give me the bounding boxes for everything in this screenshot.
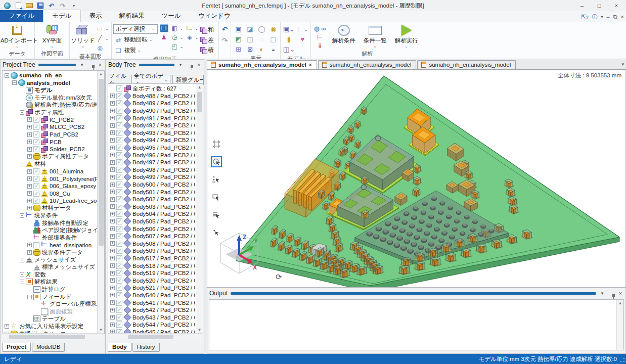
tree-expander[interactable]: + <box>27 176 32 181</box>
tree-item[interactable]: +グローバル座標系 <box>4 300 97 308</box>
tree-item[interactable]: +標準メッシュサイズ : 0.125 <box>4 263 97 271</box>
project-tree-vscrollbar[interactable]: ▲ ▼ <box>97 71 104 334</box>
body-list-item[interactable]: +Body490 / Pad_PCB2 / 008_C <box>109 107 195 115</box>
tree-checkbox[interactable] <box>116 167 122 173</box>
body-list-item[interactable]: +Body508 / Pad_PCB2 / 008_C <box>109 240 195 247</box>
tree-item[interactable]: +008_Cu <box>4 190 97 198</box>
boolean-intersection-button[interactable]: 積 <box>200 46 214 55</box>
move-rotate-button[interactable]: ⇄ 移動回転⌄ <box>113 35 158 44</box>
palette-icon[interactable]: ◐ <box>256 44 267 54</box>
tree-checkbox[interactable] <box>33 191 39 197</box>
tree-checkbox[interactable] <box>116 292 122 298</box>
body-list-item[interactable]: +Body488 / Pad_PCB2 / 008_C <box>109 93 195 100</box>
tree-expander[interactable]: + <box>110 109 115 113</box>
body-list-item[interactable]: +Body495 / Pad_PCB2 / 008_C <box>109 144 195 152</box>
tree-item[interactable]: −メッシュサイズ <box>4 256 97 264</box>
redo-icon[interactable]: ↷ <box>222 36 228 44</box>
tree-checkbox[interactable] <box>116 226 122 232</box>
condition-list-button[interactable]: 条件一覧 ⌄ <box>360 23 391 48</box>
tree-checkbox[interactable] <box>33 131 39 138</box>
tab-window[interactable]: ウィンドウ <box>190 10 239 22</box>
tree-expander[interactable]: − <box>27 295 32 299</box>
tree-expander[interactable]: + <box>110 226 115 231</box>
panel-menu-icon[interactable]: ▾ <box>177 62 184 67</box>
maximize-button[interactable]: □ <box>591 0 608 11</box>
tree-item[interactable]: −sumaho_nh_en <box>4 72 97 79</box>
show-all-bodies-icon[interactable]: ▣ <box>233 24 244 34</box>
tab-list-caret-icon[interactable]: ▾ <box>621 62 624 67</box>
tree-item[interactable]: −材料 <box>4 160 97 168</box>
field-check-icon[interactable]: ◍ ∞ <box>314 25 326 32</box>
close-icon[interactable]: × <box>97 62 103 68</box>
body-list-item[interactable]: +Body507 / Pad_PCB2 / 008_C <box>109 233 195 240</box>
mesh-heart-icon[interactable]: ♥ <box>296 34 309 44</box>
solid-button[interactable]: ソリッド ⌄ <box>71 23 95 48</box>
rotate-view-icon[interactable]: ⟳ <box>276 272 282 282</box>
tree-expander[interactable]: + <box>27 243 32 247</box>
tree-checkbox[interactable] <box>116 248 122 254</box>
tree-checkbox[interactable] <box>116 307 122 313</box>
tree-item[interactable]: +ペア設定(接触/ジョイント <box>4 226 97 234</box>
tree-item[interactable]: −フィールド <box>4 293 97 301</box>
tree-item[interactable]: −境界条件 <box>4 212 97 219</box>
output-vscrollbar[interactable]: ▲ <box>616 300 623 350</box>
tree-item[interactable]: +解析条件:熱伝導/応力/連成 <box>4 101 97 109</box>
body-list-item[interactable]: +Body544 / Pad_PCB2 / 008_C <box>109 321 195 329</box>
duplicate-button[interactable]: ❏ 複製⌄ <box>113 46 158 55</box>
tree-expander[interactable]: + <box>27 199 32 203</box>
tree-item[interactable]: +ボディ属性データ <box>4 153 97 161</box>
boundary-key-icon[interactable]: ⊢ <box>314 33 326 41</box>
close-icon[interactable]: × <box>196 62 202 68</box>
tree-expander[interactable]: + <box>27 147 32 152</box>
body-tree-vscrollbar[interactable]: ▲ ▼ <box>196 84 203 334</box>
tree-checkbox[interactable] <box>33 183 39 189</box>
tree-item[interactable]: +001_Alumina <box>4 168 97 175</box>
tree-expander[interactable]: + <box>110 315 115 320</box>
tree-checkbox[interactable] <box>116 115 122 121</box>
tree-checkbox[interactable] <box>33 198 39 204</box>
tree-checkbox[interactable] <box>116 181 122 188</box>
pair-people-icon[interactable]: ii <box>314 42 326 50</box>
tree-checkbox[interactable] <box>116 204 122 210</box>
tree-expander[interactable]: + <box>110 219 115 223</box>
tree-expander[interactable]: + <box>110 212 115 216</box>
body-list-item[interactable]: +Body519 / Pad_PCB2 / 008_C <box>109 269 195 277</box>
tree-item[interactable]: +heat_dissipation <box>4 242 97 249</box>
tree-expander[interactable]: + <box>110 234 115 239</box>
vertex-select-tool-icon[interactable] <box>211 174 222 185</box>
tab-modeldb[interactable]: ModelDB <box>32 343 65 352</box>
tree-checkbox[interactable] <box>33 146 39 152</box>
body-list-item[interactable]: +Body493 / Pad_PCB2 / 008_C <box>109 129 195 137</box>
open-file-icon[interactable] <box>25 2 33 10</box>
transparent-icon[interactable]: ◌ <box>256 34 267 44</box>
hide-selected-icon[interactable]: ◫ <box>244 34 255 44</box>
tree-checkbox[interactable] <box>33 176 39 182</box>
tree-item[interactable]: +テーブル <box>4 315 97 323</box>
tree-expander[interactable]: + <box>27 154 32 159</box>
fit-view-icon[interactable] <box>211 139 222 150</box>
body-list-item[interactable]: +Body509 / Pad_PCB2 / 008_C <box>109 247 195 255</box>
save-icon[interactable] <box>36 2 44 10</box>
tree-expander[interactable]: + <box>110 197 115 202</box>
tree-checkbox[interactable] <box>33 139 39 145</box>
tree-item[interactable]: +001_Polystyrene(PS) <box>4 175 97 183</box>
panel-menu-icon[interactable]: ▾ <box>599 291 605 296</box>
boolean-difference-button[interactable]: 差 <box>200 35 214 44</box>
xy-plane-button[interactable]: XY平面 ⌄ <box>36 23 68 48</box>
tree-expander[interactable]: − <box>20 258 24 262</box>
edge-select-tool-icon[interactable] <box>211 209 222 220</box>
tree-expander[interactable]: − <box>20 110 24 115</box>
tree-expander[interactable]: + <box>110 204 115 209</box>
isolate-body-icon[interactable]: ⊠ <box>244 44 255 54</box>
tree-checkbox[interactable] <box>116 300 122 306</box>
tree-checkbox[interactable] <box>116 85 122 92</box>
mdi-restore-button[interactable]: ⧉ <box>613 14 617 20</box>
doc-tab-2[interactable]: sumaho_nh_en:analysis_model <box>318 60 417 69</box>
close-button[interactable]: × <box>608 0 625 11</box>
tree-expander[interactable]: + <box>110 286 115 290</box>
tree-expander[interactable]: + <box>110 300 115 305</box>
body-group-icon[interactable]: ◫⌄ <box>282 44 295 54</box>
body-list-item[interactable]: +Body503 / Pad_PCB2 / 008_C <box>109 203 195 211</box>
body-list-item[interactable]: +Body505 / Pad_PCB2 / 008_C <box>109 218 195 225</box>
tree-checkbox[interactable] <box>116 100 122 106</box>
